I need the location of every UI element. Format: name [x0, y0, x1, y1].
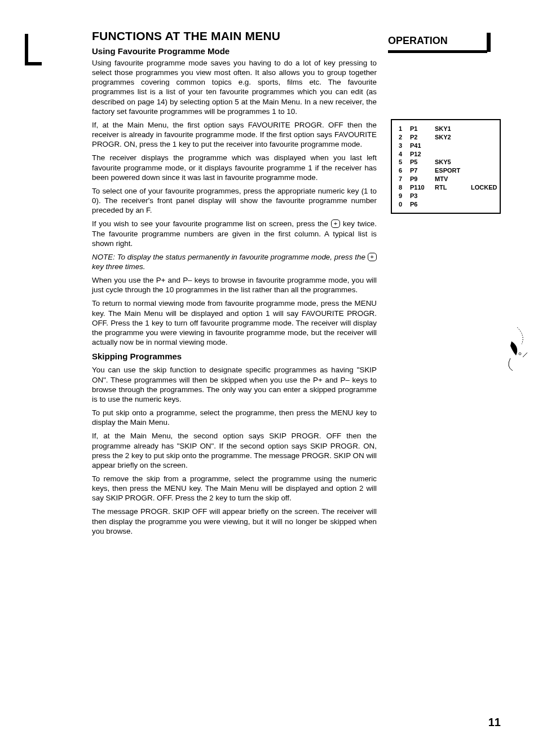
cell [471, 150, 499, 159]
table-row: 4P12 [399, 150, 494, 159]
cell: 7 [399, 175, 408, 183]
table-row: 0P6 [399, 200, 494, 209]
cell [471, 125, 499, 133]
page-title: FUNCTIONS AT THE MAIN MENU [92, 29, 280, 43]
cell [471, 200, 499, 209]
body-paragraph: When you use the P+ and P– keys to brows… [92, 275, 377, 295]
cell: 6 [399, 166, 408, 175]
cell: 5 [399, 158, 408, 166]
cell: MTV [435, 175, 469, 183]
cell [471, 192, 499, 200]
body-paragraph: If, at the Main Menu, the first option s… [92, 120, 377, 149]
body-paragraph: To put skip onto a programme, select the… [92, 408, 377, 427]
cell [471, 158, 499, 166]
cell: ESPORT [435, 166, 469, 175]
operation-header-block: OPERATION [388, 35, 487, 53]
cell: 8 [399, 183, 408, 192]
note-paragraph: NOTE: To display the status permanently … [92, 252, 377, 271]
table-row: 7P9MTV [399, 175, 494, 183]
plus-key-icon: + [331, 219, 340, 228]
subhead-skipping: Skipping Programmes [92, 351, 377, 362]
cell: P3 [410, 192, 433, 200]
table-row: 8P110RTLLOCKED [399, 183, 494, 192]
cell: P110 [410, 183, 433, 192]
table-row: 2P2SKY2 [399, 133, 494, 142]
cell: 4 [399, 150, 408, 159]
body-paragraph: To return to normal viewing mode from fa… [92, 298, 377, 347]
cell [435, 192, 469, 200]
page: FUNCTIONS AT THE MAIN MENU OPERATION Usi… [0, 0, 538, 756]
cell [471, 166, 499, 175]
cell: SKY5 [435, 158, 469, 166]
plus-key-icon: + [368, 253, 377, 261]
body-column: Using favourite programme mode saves you… [92, 58, 377, 540]
body-paragraph: Using favourite programme mode saves you… [92, 58, 377, 116]
cell [435, 150, 469, 159]
cell: P7 [410, 166, 433, 175]
cell: 2 [399, 133, 408, 142]
table-row: 9P3 [399, 192, 494, 200]
favourite-list-box: 1P1SKY1 2P2SKY2 3P41 4P12 5P5SKY5 6P7ESP… [391, 119, 501, 214]
cell: SKY1 [435, 125, 469, 133]
cell [435, 142, 469, 150]
cell: 1 [399, 125, 408, 133]
cell: P12 [410, 150, 433, 159]
body-paragraph: If, at the Main Menu, the second option … [92, 431, 377, 470]
right-bracket-bar [487, 33, 491, 52]
text: If you wish to see your favourite progra… [92, 219, 331, 228]
body-paragraph: To select one of your favourite programm… [92, 186, 377, 215]
cell: SKY2 [435, 133, 469, 142]
cell: P5 [410, 158, 433, 166]
cell: 3 [399, 142, 408, 150]
page-number: 11 [488, 716, 501, 729]
cell [471, 133, 499, 142]
operation-header: OPERATION [388, 35, 487, 50]
table-row: 5P5SKY5 [399, 158, 494, 166]
cell: P9 [410, 175, 433, 183]
cell [471, 142, 499, 150]
body-paragraph: If you wish to see your favourite progra… [92, 219, 377, 248]
cell [435, 200, 469, 209]
cell: P41 [410, 142, 433, 150]
cell: RTL [435, 183, 469, 192]
right-underline [388, 50, 487, 53]
body-paragraph: To remove the skip from a programme, sel… [92, 474, 377, 503]
cell: LOCKED [471, 183, 499, 192]
table-row: 1P1SKY1 [399, 125, 494, 133]
text: key three times. [92, 262, 145, 271]
subhead-favourite: Using Favourite Programme Mode [92, 46, 230, 56]
margin-doodle [500, 324, 531, 375]
text: NOTE: To display the status permanently … [92, 253, 368, 261]
left-bracket-rule [25, 34, 42, 65]
cell: 9 [399, 192, 408, 200]
body-paragraph: The receiver displays the programme whic… [92, 153, 377, 182]
svg-point-0 [519, 353, 521, 355]
table-row: 3P41 [399, 142, 494, 150]
cell: P1 [410, 125, 433, 133]
body-paragraph: The message PROGR. SKIP OFF will appear … [92, 507, 377, 535]
cell: 0 [399, 200, 408, 209]
cell [471, 175, 499, 183]
body-paragraph: You can use the skip function to designa… [92, 365, 377, 404]
table-row: 6P7ESPORT [399, 166, 494, 175]
cell: P2 [410, 133, 433, 142]
cell: P6 [410, 200, 433, 209]
